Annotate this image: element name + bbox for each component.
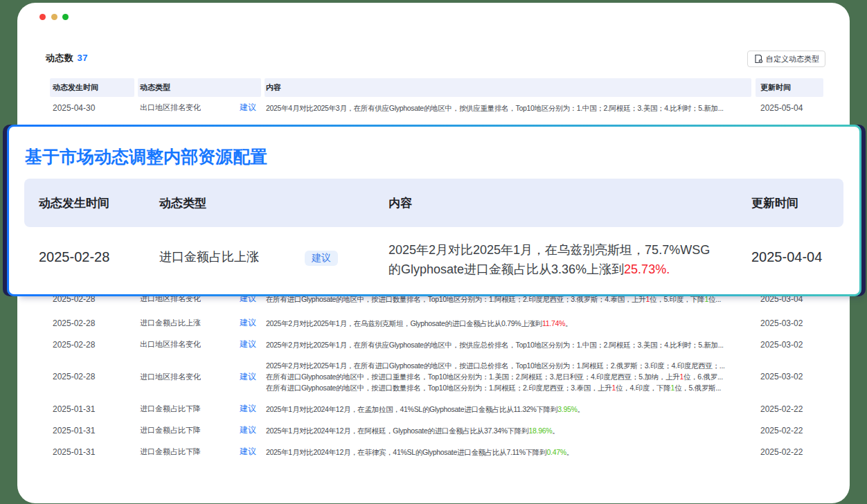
row-occur-time: 2025-01-31: [50, 426, 134, 435]
table-row: 2025-02-28进口地区排名变化建议2025年2月对比2025年1月，在所有…: [50, 355, 823, 398]
row-dynamic-type: 进口金额占比上涨建议: [138, 317, 261, 329]
dynamics-count-value: 37: [78, 53, 88, 63]
row-type-label: 进口金额占比上涨: [140, 318, 201, 328]
row-occur-time: 2025-02-28: [50, 318, 134, 328]
row-occur-time: 2025-02-28: [50, 372, 134, 381]
close-window-icon[interactable]: [39, 14, 46, 20]
highlight-card: 基于市场动态调整内部资源配置 动态发生时间 动态类型 内容 更新时间 2025-…: [7, 125, 861, 296]
row-type-label: 进口金额占比下降: [140, 425, 201, 435]
row-update-time: 2025-05-04: [756, 103, 823, 113]
customize-dynamic-type-label: 自定义动态类型: [766, 54, 819, 64]
advice-link[interactable]: 建议: [240, 424, 261, 436]
row-type-label: 进口地区排名变化: [140, 372, 201, 382]
table-header-row: 动态发生时间 动态类型 内容 更新时间: [50, 78, 823, 97]
row-update-time: 2025-03-02: [756, 318, 823, 328]
row-dynamic-type: 出口地区排名变化建议: [138, 102, 261, 114]
window-controls: [39, 14, 69, 20]
header-content: 内容: [265, 78, 751, 97]
advice-link[interactable]: 建议: [240, 317, 261, 329]
row-occur-time: 2025-02-28: [50, 340, 134, 350]
highlight-content-line2: 的Glyphosate进口金额占比从3.36%上涨到: [388, 262, 624, 276]
header-occur-time: 动态发生时间: [50, 78, 134, 97]
row-content: 2025年1月对比2024年12月，在孟加拉国，41%SL的Glyphosate…: [265, 404, 751, 415]
advice-link[interactable]: 建议: [240, 102, 261, 114]
table-row: 2025-01-31进口金额占比下降建议2025年1月对比2024年12月，在阿…: [50, 420, 823, 441]
highlight-table-row: 2025-02-28 进口金额占比上涨 建议 2025年2月对比2025年1月，…: [9, 227, 859, 294]
row-occur-time: 2025-01-31: [50, 447, 134, 457]
row-update-time: 2025-02-22: [756, 404, 823, 414]
row-update-time: 2025-03-02: [756, 340, 823, 350]
minimize-window-icon[interactable]: [51, 14, 57, 20]
dynamics-count-label: 动态数: [46, 53, 74, 63]
row-content: 2025年2月对比2025年1月，在乌兹别克斯坦，Glyphosate的进口金额…: [265, 318, 751, 329]
row-occur-time: 2025-04-30: [50, 103, 134, 113]
highlight-header-occur-time: 动态发生时间: [39, 179, 109, 227]
row-dynamic-type: 进口金额占比下降建议: [138, 403, 261, 415]
customize-dynamic-type-button[interactable]: 自定义动态类型: [747, 51, 825, 67]
advice-link[interactable]: 建议: [240, 339, 261, 350]
highlight-header-update-time: 更新时间: [751, 179, 798, 227]
row-dynamic-type: 进口金额占比下降建议: [138, 424, 261, 436]
highlight-row-content: 2025年2月对比2025年1月，在乌兹别亮斯坦，75.7%WSG 的Glyph…: [388, 240, 710, 279]
highlight-table-header: 动态发生时间 动态类型 内容 更新时间: [24, 179, 843, 227]
row-content: 2025年4月对比2025年3月，在所有供应Glyphosate的地区中，按供应…: [265, 102, 751, 114]
table-row: 2025-04-30出口地区排名变化建议2025年4月对比2025年3月，在所有…: [50, 97, 823, 118]
row-update-time: 2025-02-22: [756, 426, 823, 435]
row-dynamic-type: 进口金额占比下降建议: [138, 446, 261, 458]
highlight-card-title: 基于市场动态调整内部资源配置: [25, 145, 267, 168]
highlight-row-time: 2025-02-28: [39, 227, 109, 287]
highlight-content-line1: 2025年2月对比2025年1月，在乌兹别亮斯坦，75.7%WSG: [388, 240, 710, 260]
table-row: 2025-02-28出口地区排名变化建议2025年2月对比2025年1月，在所有…: [50, 334, 823, 355]
row-content: 2025年2月对比2025年1月，在所有供应Glyphosate的地区中，按供应…: [265, 339, 751, 350]
highlight-content-line2-wrap: 的Glyphosate进口金额占比从3.36%上涨到25.73%.: [388, 260, 710, 279]
row-update-time: 2025-03-02: [756, 372, 823, 381]
row-dynamic-type: 出口地区排名变化建议: [138, 339, 261, 350]
row-dynamic-type: 进口地区排名变化建议: [138, 371, 261, 383]
table-row: 2025-01-31进口金额占比下降建议2025年1月对比2024年12月，在孟…: [50, 398, 823, 420]
table-row: 2025-01-31进口金额占比下降建议2025年1月对比2024年12月，在菲…: [50, 441, 823, 462]
page-title: 动态数37: [46, 52, 88, 64]
highlight-content-rise-value: 25.73%.: [624, 262, 670, 276]
advice-link[interactable]: 建议: [240, 371, 261, 383]
advice-link[interactable]: 建议: [240, 403, 261, 415]
highlight-header-dynamic-type: 动态类型: [159, 179, 206, 227]
advice-badge[interactable]: 建议: [305, 251, 338, 266]
row-occur-time: 2025-01-31: [50, 404, 134, 414]
row-content: 2025年1月对比2024年12月，在菲律宾，41%SL的Glyphosate进…: [265, 447, 751, 458]
row-type-label: 进口金额占比下降: [140, 404, 201, 414]
highlight-row-update: 2025-04-04: [751, 227, 822, 287]
highlight-row-type: 进口金额占比上涨: [159, 227, 259, 287]
row-type-label: 进口金额占比下降: [140, 447, 201, 457]
highlight-header-content: 内容: [388, 179, 412, 227]
zoom-window-icon[interactable]: [62, 14, 69, 20]
header-dynamic-type: 动态类型: [138, 78, 261, 97]
table-row: 2025-02-28进口金额占比上涨建议2025年2月对比2025年1月，在乌兹…: [50, 312, 823, 334]
row-content: 2025年2月对比2025年1月，在所有进口Glyphosate的地区中，按进口…: [265, 360, 751, 393]
row-type-label: 出口地区排名变化: [140, 339, 201, 350]
file-settings-icon: [753, 54, 763, 64]
advice-link[interactable]: 建议: [240, 446, 261, 458]
row-type-label: 出口地区排名变化: [140, 102, 201, 113]
header-update-time: 更新时间: [756, 78, 823, 97]
row-content: 2025年1月对比2024年12月，在阿根廷，Glyphosate的进口金额占比…: [265, 425, 751, 436]
row-update-time: 2025-02-22: [756, 447, 823, 457]
